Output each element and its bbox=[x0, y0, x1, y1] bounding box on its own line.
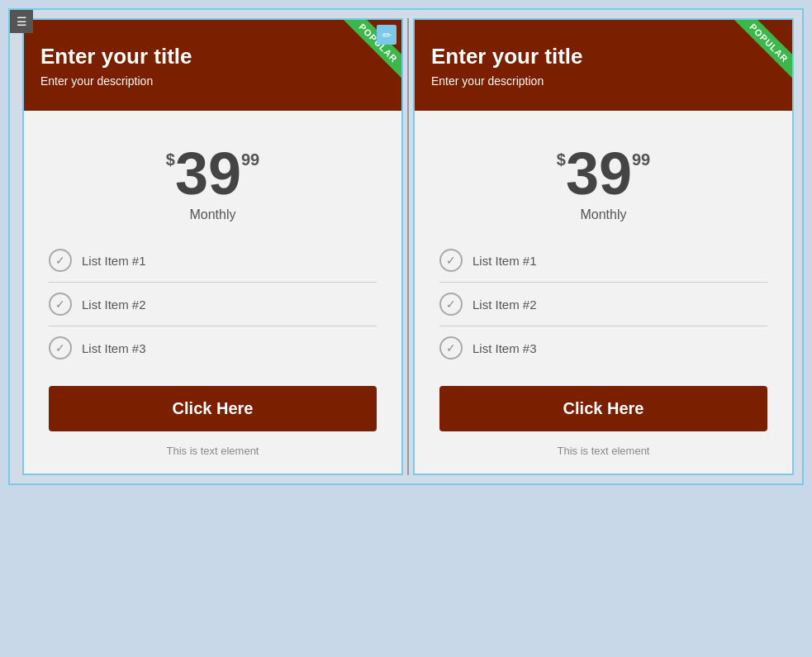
card-body: $ 39 99 Monthly ✓ List Item #1 ✓ List It… bbox=[24, 111, 401, 474]
price-cents: 99 bbox=[241, 150, 259, 169]
price-area: $ 39 99 bbox=[439, 144, 767, 203]
edit-icon[interactable]: ✏ bbox=[377, 25, 397, 45]
list-item-row: ✓ List Item #3 bbox=[49, 326, 377, 369]
check-icon-3: ✓ bbox=[439, 336, 463, 359]
pricing-card-2: Enter your title Enter your description … bbox=[413, 18, 794, 475]
toolbar-icon[interactable]: ☰ bbox=[10, 10, 33, 33]
price-amount: 39 bbox=[566, 144, 632, 203]
pricing-widget: ☰ Enter your title Enter your descriptio… bbox=[8, 8, 804, 485]
price-cents: 99 bbox=[632, 150, 650, 169]
price-dollar: $ bbox=[557, 150, 566, 169]
card-header: Enter your title Enter your description … bbox=[24, 20, 401, 111]
check-icon-1: ✓ bbox=[439, 249, 463, 272]
list-item-label-1: List Item #1 bbox=[472, 254, 537, 268]
list-item-label-2: List Item #2 bbox=[472, 298, 537, 312]
list-item-row: ✓ List Item #2 bbox=[49, 283, 377, 326]
list-item-label-2: List Item #2 bbox=[82, 298, 146, 312]
cta-button[interactable]: Click Here bbox=[439, 386, 767, 431]
card-divider bbox=[407, 18, 409, 475]
list-item-row: ✓ List Item #3 bbox=[439, 326, 767, 369]
ribbon-label: POPULAR bbox=[734, 20, 792, 78]
list-item-row: ✓ List Item #1 bbox=[49, 239, 377, 283]
ribbon: POPULAR bbox=[718, 20, 792, 94]
check-icon-3: ✓ bbox=[49, 336, 72, 359]
cta-button[interactable]: Click Here bbox=[49, 386, 377, 431]
footer-text: This is text element bbox=[439, 445, 767, 457]
list-item-row: ✓ List Item #1 bbox=[439, 239, 767, 283]
price-dollar: $ bbox=[166, 150, 175, 169]
price-period: Monthly bbox=[49, 207, 377, 222]
price-area: $ 39 99 bbox=[49, 144, 377, 203]
card-body: $ 39 99 Monthly ✓ List Item #1 ✓ List It… bbox=[415, 111, 792, 474]
list-items: ✓ List Item #1 ✓ List Item #2 ✓ List Ite… bbox=[439, 239, 767, 369]
price-period: Monthly bbox=[439, 207, 767, 222]
check-icon-1: ✓ bbox=[49, 249, 72, 272]
check-icon-2: ✓ bbox=[49, 293, 72, 316]
check-icon-2: ✓ bbox=[439, 293, 463, 316]
footer-text: This is text element bbox=[49, 445, 377, 457]
list-item-label-3: List Item #3 bbox=[472, 341, 537, 355]
list-item-row: ✓ List Item #2 bbox=[439, 283, 767, 326]
price-amount: 39 bbox=[175, 144, 241, 203]
list-item-label-3: List Item #3 bbox=[82, 341, 146, 355]
list-item-label-1: List Item #1 bbox=[82, 254, 146, 268]
card-header: Enter your title Enter your description … bbox=[415, 20, 792, 111]
list-items: ✓ List Item #1 ✓ List Item #2 ✓ List Ite… bbox=[49, 239, 377, 369]
pricing-card-1: Enter your title Enter your description … bbox=[22, 18, 403, 475]
